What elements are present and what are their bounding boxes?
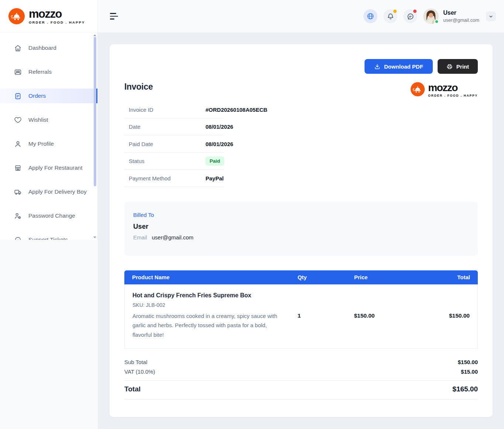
body-row: Dashboard Referrals	[0, 32, 504, 429]
sidebar-item-label: Apply For Restaurant	[28, 165, 82, 171]
sidebar-nav: Dashboard Referrals	[0, 32, 98, 240]
brand-logo-icon	[410, 82, 425, 98]
invoice-brand-text: mozzo ORDER . FOOD . HAPPY	[428, 83, 478, 97]
sidebar-item-label: My Profile	[28, 141, 54, 147]
invoice-fields: Invoice ID #ORD20260108A05ECB Date 08/01…	[124, 101, 478, 187]
sidebar-item-apply-delivery[interactable]: Apply For Delivery Boy	[0, 184, 97, 199]
messages-button[interactable]	[403, 9, 417, 23]
price-cell: $150.00	[354, 312, 428, 319]
notifications-button[interactable]	[383, 9, 397, 23]
sidebar-scrollbar-thumb[interactable]	[94, 37, 96, 186]
email-value: user@gmail.com	[152, 234, 194, 241]
brand-logo-icon	[8, 8, 25, 25]
main-content: Download PDF Print Invoice	[98, 32, 504, 429]
field-label: Payment Method	[124, 175, 206, 181]
subtotal-value: $150.00	[458, 359, 478, 365]
sidebar-item-apply-restaurant[interactable]: Apply For Restaurant	[0, 160, 97, 175]
sidebar-item-my-profile[interactable]: My Profile	[0, 136, 97, 151]
printer-icon	[446, 63, 453, 70]
column-header-price: Price	[354, 274, 428, 280]
total-label: Total	[124, 385, 141, 393]
language-button[interactable]	[363, 9, 377, 23]
page-title: Invoice	[124, 82, 153, 92]
invoice-field-row: Status Paid	[124, 153, 478, 170]
product-cell: Hot and Crispy French Fries Supreme Box …	[125, 292, 297, 340]
column-header-product: Product Name	[124, 274, 297, 280]
home-icon	[14, 44, 22, 52]
sidebar-item-label: Dashboard	[28, 45, 56, 51]
billed-to-name: User	[133, 222, 469, 231]
total-cell: $150.00	[428, 312, 477, 319]
status-badge: Paid	[206, 156, 224, 166]
app-root: mozzo ORDER . FOOD . HAPPY	[0, 0, 504, 429]
vat-row: VAT (10.0%) $15.00	[124, 369, 478, 375]
message-badge-dot	[413, 10, 417, 13]
invoice-card: Download PDF Print Invoice	[110, 44, 493, 417]
invoice-date-value: 08/01/2026	[206, 124, 233, 130]
print-label: Print	[456, 63, 469, 70]
invoice-items-table: Product Name Qty Price Total Hot and Cri…	[124, 270, 478, 349]
user-menu-chevron-button[interactable]	[486, 11, 496, 21]
sidebar-item-orders[interactable]: Orders	[0, 89, 97, 103]
billed-to-heading: Billed To	[133, 212, 469, 218]
truck-icon	[14, 188, 22, 196]
chevron-down-icon	[489, 14, 493, 19]
download-icon	[374, 63, 380, 70]
bell-icon	[387, 13, 394, 20]
print-button[interactable]: Print	[438, 59, 478, 74]
brand-name: mozzo	[428, 83, 478, 93]
payment-method-value: PayPal	[206, 175, 224, 181]
header-right-cluster: User user@gmail.com	[363, 8, 496, 24]
referrals-icon	[14, 68, 22, 76]
chat-icon	[407, 13, 414, 20]
invoice-field-row: Invoice ID #ORD20260108A05ECB	[124, 101, 478, 118]
avatar	[423, 8, 439, 24]
product-description: Aromatic mushrooms cooked in a creamy, s…	[132, 311, 287, 340]
sidebar-item-password-change[interactable]: Password Change	[0, 208, 97, 223]
sidebar-toggle-button[interactable]	[108, 11, 120, 22]
sidebar-scroll-down-arrow[interactable]	[93, 236, 96, 238]
sidebar-item-label: Apply For Delivery Boy	[28, 188, 87, 195]
brand-text: mozzo ORDER . FOOD . HAPPY	[29, 8, 85, 24]
header-toolbar: User user@gmail.com	[98, 0, 504, 32]
billed-to-card: Billed To User Email user@gmail.com	[124, 202, 478, 256]
heart-icon	[14, 116, 22, 124]
sidebar-item-label: Password Change	[28, 212, 75, 219]
invoice-field-row: Payment Method PayPal	[124, 170, 478, 187]
subtotal-row: Sub Total $150.00	[124, 359, 478, 365]
sidebar-item-label: Wishlist	[28, 117, 48, 123]
sidebar-scroll-up-arrow[interactable]	[93, 34, 96, 36]
qty-cell: 1	[297, 312, 354, 319]
invoice-brand-logo: mozzo ORDER . FOOD . HAPPY	[410, 82, 478, 98]
user-icon	[14, 140, 22, 148]
sidebar-item-wishlist[interactable]: Wishlist	[0, 113, 97, 127]
email-label: Email	[133, 234, 147, 241]
table-header: Product Name Qty Price Total	[124, 270, 478, 284]
orders-icon	[14, 92, 22, 100]
user-menu[interactable]: User user@gmail.com	[423, 8, 496, 24]
brand-tagline: ORDER . FOOD . HAPPY	[29, 21, 85, 24]
invoice-id-value: #ORD20260108A05ECB	[206, 107, 267, 113]
sidebar-item-label: Orders	[28, 93, 46, 99]
paid-date-value: 08/01/2026	[206, 141, 233, 147]
total-value: $165.00	[452, 385, 478, 393]
brand-name: mozzo	[29, 8, 85, 20]
field-label: Invoice ID	[124, 107, 206, 113]
download-pdf-label: Download PDF	[384, 63, 423, 70]
invoice-header-row: Invoice	[124, 82, 478, 98]
user-gear-icon	[14, 212, 22, 220]
column-header-qty: Qty	[297, 274, 354, 280]
invoice-field-row: Paid Date 08/01/2026	[124, 135, 478, 153]
sidebar-item-label: Referrals	[28, 69, 52, 75]
sidebar-item-dashboard[interactable]: Dashboard	[0, 41, 97, 55]
field-label: Date	[124, 124, 206, 130]
field-label: Paid Date	[124, 141, 206, 147]
invoice-summary: Sub Total $150.00 VAT (10.0%) $15.00 Tot…	[124, 359, 478, 399]
storefront-icon	[14, 164, 22, 172]
download-pdf-button[interactable]: Download PDF	[365, 59, 433, 74]
invoice-actions: Download PDF Print	[124, 59, 478, 74]
sidebar-item-referrals[interactable]: Referrals	[0, 65, 97, 79]
globe-icon	[366, 12, 374, 20]
brand-logo[interactable]: mozzo ORDER . FOOD . HAPPY	[8, 8, 85, 25]
sidebar-item-support-tickets[interactable]: Support Tickets	[0, 232, 97, 240]
